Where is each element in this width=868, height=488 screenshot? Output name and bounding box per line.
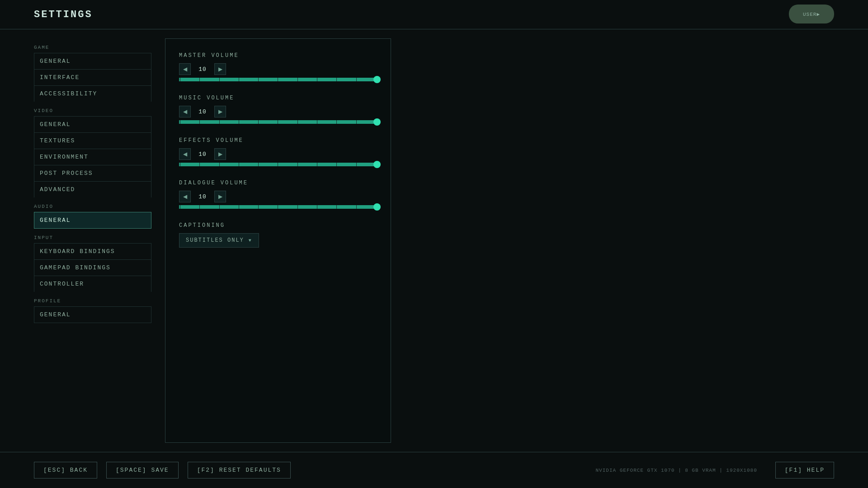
value-display-effects-volume: 10 <box>194 151 211 158</box>
sidebar-item-video-environment[interactable]: ENVIRONMENT <box>34 149 151 165</box>
sidebar-item-audio-general[interactable]: GENERAL <box>34 212 151 229</box>
setting-row-dialogue-volume: DIALOGUE VOLUME◀10▶ <box>179 180 377 209</box>
slider-track-master-volume[interactable] <box>179 78 377 81</box>
setting-label-music-volume: MUSIC VOLUME <box>179 95 377 101</box>
page-title: SETTINGS <box>34 9 93 20</box>
help-button[interactable]: [F1] HELP <box>775 462 834 479</box>
arrow-right-music-volume[interactable]: ▶ <box>214 106 226 117</box>
sidebar-section-game: GAME <box>34 45 151 50</box>
slider-thumb-dialogue-volume[interactable] <box>373 203 381 211</box>
sidebar-item-input-keyboard[interactable]: KEYBOARD BINDINGS <box>34 243 151 259</box>
sidebar-item-video-textures[interactable]: TEXTURES <box>34 132 151 149</box>
slider-track-dialogue-volume[interactable] <box>179 205 377 209</box>
arrow-right-dialogue-volume[interactable]: ▶ <box>214 191 226 202</box>
arrow-left-music-volume[interactable]: ◀ <box>179 106 191 117</box>
back-button[interactable]: [ESC] BACK <box>34 462 97 479</box>
main-layout: GAMEGENERALINTERFACEACCESSIBILITYVIDEOGE… <box>0 29 868 452</box>
setting-label-dialogue-volume: DIALOGUE VOLUME <box>179 180 377 186</box>
sidebar-section-profile: PROFILE <box>34 298 151 304</box>
setting-row-effects-volume: EFFECTS VOLUME◀10▶ <box>179 137 377 166</box>
sidebar-section-input: INPUT <box>34 235 151 240</box>
slider-thumb-music-volume[interactable] <box>373 118 381 126</box>
value-display-master-volume: 10 <box>194 66 211 73</box>
content-panel: MASTER VOLUME◀10▶MUSIC VOLUME◀10▶EFFECTS… <box>165 38 391 443</box>
bottom-bar: [ESC] BACK [SPACE] SAVE [F2] RESET DEFAU… <box>0 452 868 488</box>
slider-track-music-volume[interactable] <box>179 120 377 124</box>
sidebar-item-game-interface[interactable]: INTERFACE <box>34 69 151 85</box>
slider-control-effects-volume: ◀10▶ <box>179 148 377 160</box>
slider-control-music-volume: ◀10▶ <box>179 106 377 117</box>
setting-label-master-volume: MASTER VOLUME <box>179 52 377 59</box>
setting-row-captioning: CAPTIONINGSUBTITLES ONLY▼ <box>179 222 377 248</box>
slider-track-effects-volume[interactable] <box>179 163 377 166</box>
slider-thumb-master-volume[interactable] <box>373 76 381 83</box>
sidebar-section-audio: AUDIO <box>34 204 151 209</box>
setting-row-music-volume: MUSIC VOLUME◀10▶ <box>179 95 377 124</box>
dropdown-arrow-icon: ▼ <box>249 238 252 243</box>
top-bar: SETTINGS USER▶ <box>0 0 868 29</box>
sidebar-section-video: VIDEO <box>34 108 151 113</box>
slider-control-dialogue-volume: ◀10▶ <box>179 191 377 202</box>
value-display-music-volume: 10 <box>194 108 211 115</box>
user-logo: USER▶ <box>789 5 834 23</box>
slider-thumb-effects-volume[interactable] <box>373 161 381 168</box>
arrow-left-master-volume[interactable]: ◀ <box>179 63 191 75</box>
setting-row-master-volume: MASTER VOLUME◀10▶ <box>179 52 377 81</box>
sidebar-item-video-advanced[interactable]: ADVANCED <box>34 181 151 197</box>
captioning-value: SUBTITLES ONLY <box>186 237 244 244</box>
sidebar-item-video-general[interactable]: GENERAL <box>34 116 151 132</box>
sidebar-item-input-gamepad[interactable]: GAMEPAD BINDINGS <box>34 259 151 276</box>
slider-control-master-volume: ◀10▶ <box>179 63 377 75</box>
arrow-right-effects-volume[interactable]: ▶ <box>214 148 226 160</box>
setting-label-effects-volume: EFFECTS VOLUME <box>179 137 377 144</box>
sidebar-item-profile-general[interactable]: GENERAL <box>34 306 151 323</box>
arrow-left-dialogue-volume[interactable]: ◀ <box>179 191 191 202</box>
sidebar-item-game-accessibility[interactable]: ACCESSIBILITY <box>34 85 151 102</box>
captioning-dropdown[interactable]: SUBTITLES ONLY▼ <box>179 233 259 248</box>
reset-button[interactable]: [F2] RESET DEFAULTS <box>188 462 291 479</box>
arrow-right-master-volume[interactable]: ▶ <box>214 63 226 75</box>
arrow-left-effects-volume[interactable]: ◀ <box>179 148 191 160</box>
value-display-dialogue-volume: 10 <box>194 193 211 200</box>
captioning-dropdown-control: SUBTITLES ONLY▼ <box>179 233 377 248</box>
gpu-info: NVIDIA GEFORCE GTX 1070 | 8 GB VRAM | 19… <box>596 468 757 473</box>
sidebar-item-input-controller[interactable]: CONTROLLER <box>34 276 151 292</box>
setting-label-captioning: CAPTIONING <box>179 222 377 229</box>
sidebar-item-game-general[interactable]: GENERAL <box>34 53 151 69</box>
sidebar-item-video-postprocess[interactable]: POST PROCESS <box>34 165 151 181</box>
sidebar: GAMEGENERALINTERFACEACCESSIBILITYVIDEOGE… <box>34 38 151 443</box>
save-button[interactable]: [SPACE] SAVE <box>106 462 179 479</box>
